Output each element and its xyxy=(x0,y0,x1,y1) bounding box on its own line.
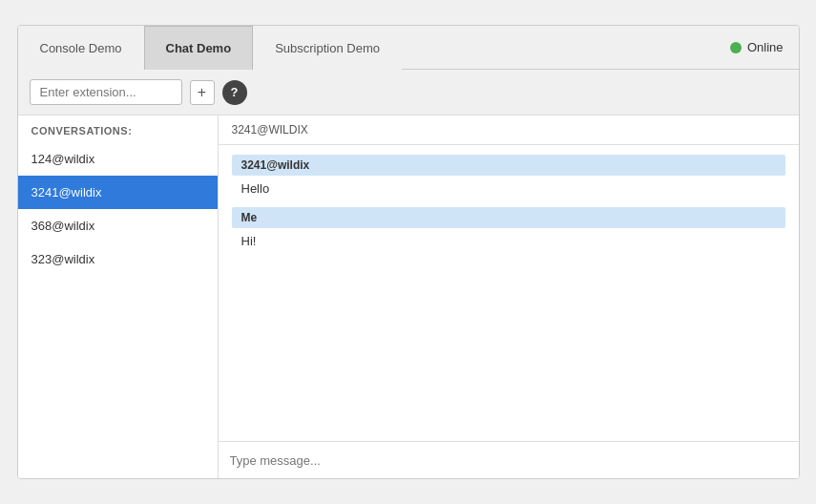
message-group-2: Me Hi! xyxy=(232,207,785,250)
chat-input[interactable] xyxy=(230,453,787,468)
tab-chat[interactable]: Chat Demo xyxy=(144,26,254,70)
tab-bar: Console Demo Chat Demo Subscription Demo… xyxy=(18,26,799,70)
conversation-item-124[interactable]: 124@wildix xyxy=(18,142,218,176)
tab-chat-label: Chat Demo xyxy=(166,41,232,55)
message-sender-bar-1: 3241@wildix xyxy=(232,155,785,176)
message-text-2: Hi! xyxy=(232,232,785,250)
online-status: Online xyxy=(715,40,799,54)
online-dot-icon xyxy=(730,42,742,53)
conversation-item-3241[interactable]: 3241@wildix xyxy=(18,176,218,209)
sidebar-header: CONVERSATIONS: xyxy=(18,116,218,142)
tab-subscription[interactable]: Subscription Demo xyxy=(253,26,402,70)
chat-panel: 3241@WILDIX 3241@wildix Hello Me xyxy=(219,116,799,478)
extension-input[interactable] xyxy=(30,79,182,105)
app-container: Console Demo Chat Demo Subscription Demo… xyxy=(17,25,800,479)
chat-header: 3241@WILDIX xyxy=(219,116,799,145)
message-sender-bar-2: Me xyxy=(232,207,785,228)
conversation-item-368[interactable]: 368@wildix xyxy=(18,209,218,242)
sidebar-header-label: CONVERSATIONS: xyxy=(31,125,133,136)
chat-input-area xyxy=(219,441,799,478)
info-button[interactable]: ? xyxy=(222,80,247,105)
tab-console-label: Console Demo xyxy=(40,41,122,55)
add-button[interactable]: + xyxy=(190,80,215,105)
chat-messages: 3241@wildix Hello Me Hi! xyxy=(219,145,799,441)
tab-console[interactable]: Console Demo xyxy=(18,26,144,70)
online-label: Online xyxy=(747,40,784,54)
message-text-1: Hello xyxy=(232,179,785,198)
chat-header-label: 3241@WILDIX xyxy=(232,123,308,136)
toolbar: + ? xyxy=(18,70,799,116)
tab-subscription-label: Subscription Demo xyxy=(275,41,380,55)
main-area: CONVERSATIONS: 124@wildix 3241@wildix 36… xyxy=(18,116,799,478)
conversation-item-323[interactable]: 323@wildix xyxy=(18,242,218,276)
info-button-label: ? xyxy=(231,85,239,99)
sidebar: CONVERSATIONS: 124@wildix 3241@wildix 36… xyxy=(18,116,219,478)
message-group-1: 3241@wildix Hello xyxy=(232,155,785,198)
add-button-label: + xyxy=(198,84,206,101)
